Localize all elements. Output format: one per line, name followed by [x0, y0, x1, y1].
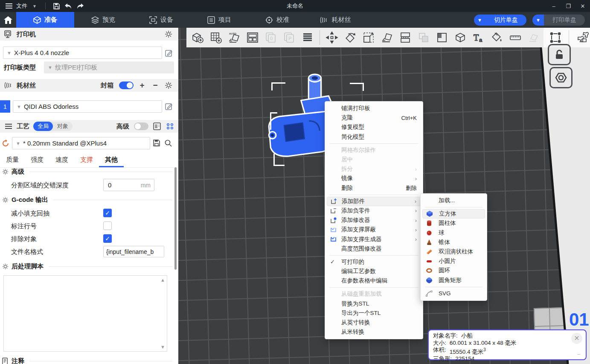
submenu-sphere[interactable]: 球: [422, 228, 485, 238]
file-menu[interactable]: 文件: [16, 2, 27, 10]
process-preset-select[interactable]: ▼* 0.20mm Standard @XPlus4: [12, 137, 150, 149]
arrange-icon[interactable]: [244, 29, 261, 46]
scope-switch[interactable]: 全局 对象: [33, 122, 73, 131]
layer-stack-icon[interactable]: [299, 29, 316, 46]
submenu-cube[interactable]: 立方体: [422, 209, 485, 218]
menu-repair-model[interactable]: 修复模型: [327, 122, 421, 132]
printer-preset-select[interactable]: ▼ X-Plus 4 0.4 nozzle: [3, 47, 162, 59]
post-script-textarea[interactable]: ▲ ▼: [3, 275, 167, 352]
undo-icon[interactable]: [64, 2, 73, 10]
menu-delete[interactable]: 删除删除: [327, 183, 421, 193]
reduce-retract-checkbox[interactable]: ✓: [103, 209, 112, 217]
submenu-disc[interactable]: 小圆片: [422, 256, 485, 266]
menu-clone[interactable]: 克隆Ctrl+K: [327, 113, 421, 122]
menu-simplify-model[interactable]: 简化模型: [327, 132, 421, 142]
interlock-depth-input[interactable]: mm: [103, 179, 154, 191]
menu-convert-from-inches[interactable]: 从英寸转换: [327, 318, 421, 327]
filament-slot-badge[interactable]: 1: [0, 100, 10, 113]
home-button[interactable]: [0, 12, 16, 28]
text-tool-icon[interactable]: Ta: [470, 29, 487, 46]
menu-edit-in-param-table[interactable]: 在参数表格中编辑: [327, 276, 421, 285]
hamburger-menu-icon[interactable]: [4, 2, 14, 10]
submenu-cone[interactable]: 锥体: [422, 238, 485, 247]
scroll-up-icon[interactable]: ▲: [160, 277, 165, 282]
filament-preset-select[interactable]: ▼QIDI ABS Odorless: [13, 100, 162, 113]
move-icon[interactable]: [323, 29, 340, 46]
tab-preview[interactable]: 预览: [74, 12, 132, 28]
tab-strength[interactable]: 强度: [25, 156, 49, 167]
close-button[interactable]: ✕: [575, 0, 590, 12]
slice-dropdown-chevron-icon[interactable]: ▼: [474, 15, 485, 26]
tab-filament[interactable]: 耗材丝: [306, 12, 364, 28]
add-filament-icon[interactable]: +: [137, 81, 147, 90]
interlock-depth-value[interactable]: [107, 181, 139, 189]
printer-edit-icon[interactable]: [164, 48, 174, 58]
file-menu-chevron-icon[interactable]: ▼: [30, 2, 39, 10]
tab-project[interactable]: 项目: [190, 12, 248, 28]
print-split-button[interactable]: ▼ 打印单盘: [532, 15, 585, 26]
info-close-icon[interactable]: ✕: [571, 333, 582, 344]
menu-add-negative[interactable]: 添加负零件›: [327, 206, 421, 215]
scale-icon[interactable]: [360, 29, 377, 46]
paint-icon[interactable]: [488, 29, 506, 46]
filename-format-input[interactable]: [103, 246, 164, 257]
save-icon[interactable]: [52, 2, 61, 10]
menu-add-modifier[interactable]: 添加修改器›: [327, 215, 421, 225]
menu-fill-plate[interactable]: 铺满打印板: [327, 104, 421, 113]
tab-others[interactable]: 其他: [99, 156, 124, 167]
scroll-down-icon[interactable]: ▼: [160, 344, 165, 349]
slice-split-button[interactable]: ▼ 切片单盘: [474, 15, 526, 26]
submenu-load[interactable]: 加载...: [422, 196, 485, 205]
menu-replace-with-stl[interactable]: 替换为STL: [327, 299, 421, 309]
tab-speed[interactable]: 速度: [49, 156, 74, 167]
label-lines-checkbox[interactable]: [103, 221, 112, 230]
filament-edit-icon[interactable]: [164, 102, 174, 111]
param-table-icon[interactable]: [152, 122, 162, 131]
slice-button[interactable]: 切片单盘: [485, 15, 526, 26]
menu-height-range-modifier[interactable]: 高度范围修改器: [327, 244, 421, 253]
sidebar-scrollbar[interactable]: [174, 167, 177, 270]
fill-corner-icon[interactable]: [433, 29, 450, 46]
minimize-button[interactable]: –: [546, 0, 561, 12]
print-dropdown-chevron-icon[interactable]: ▼: [532, 15, 544, 26]
tab-prepare[interactable]: 准备: [16, 12, 74, 28]
select-frame-icon[interactable]: [547, 29, 564, 46]
auto-orient-icon[interactable]: AUTO: [226, 29, 243, 46]
search-icon[interactable]: [163, 138, 173, 148]
add-object-icon[interactable]: [189, 29, 206, 46]
submenu-torus[interactable]: 圆环: [422, 266, 485, 275]
tab-calibrate[interactable]: 校准: [248, 12, 306, 28]
split-parts-icon[interactable]: [574, 29, 590, 46]
lay-flat-icon[interactable]: [378, 29, 395, 46]
submenu-svg[interactable]: SVG: [422, 289, 485, 298]
maximize-button[interactable]: ❐: [561, 0, 575, 12]
menu-add-support-enforcer[interactable]: 添加支撑生成器›: [327, 234, 421, 244]
scope-global[interactable]: 全局: [33, 122, 53, 131]
menu-printable[interactable]: ✓ 可打印的: [327, 257, 421, 267]
add-plate-icon[interactable]: [207, 29, 224, 46]
menu-add-part[interactable]: 添加部件›: [327, 197, 421, 206]
remove-filament-icon[interactable]: −: [151, 81, 160, 90]
reset-preset-icon[interactable]: [1, 139, 10, 148]
submenu-cylinder[interactable]: 圆柱体: [422, 218, 485, 228]
save-preset-icon[interactable]: [152, 138, 161, 148]
measure-icon[interactable]: [507, 29, 524, 46]
tab-quality[interactable]: 质量: [0, 156, 25, 167]
print-button[interactable]: 打印单盘: [544, 15, 585, 26]
workflow-nodes-icon[interactable]: [166, 122, 175, 131]
submenu-rounded-rect[interactable]: 圆角矩形: [422, 276, 485, 285]
advanced-toggle[interactable]: [134, 122, 148, 130]
seam-icon[interactable]: [452, 29, 469, 46]
scope-object[interactable]: 对象: [53, 122, 73, 131]
cut-icon[interactable]: [397, 29, 414, 46]
tab-support[interactable]: 支撑: [74, 156, 99, 167]
exclude-objects-checkbox[interactable]: ✓: [103, 234, 112, 243]
submenu-double-teardrop[interactable]: 双泪滴状柱体: [422, 247, 485, 256]
menu-mirror[interactable]: 镜像›: [327, 174, 421, 183]
seal-toggle[interactable]: [119, 82, 134, 89]
menu-convert-from-meters[interactable]: 从米转换: [327, 327, 421, 337]
plate-type-select[interactable]: ▼ 纹理PEI打印板: [44, 61, 174, 73]
menu-edit-process-params[interactable]: 编辑工艺参数: [327, 267, 421, 276]
menu-export-as-stl[interactable]: 导出为一个STL: [327, 309, 421, 318]
lock-tool-button[interactable]: [548, 44, 571, 65]
